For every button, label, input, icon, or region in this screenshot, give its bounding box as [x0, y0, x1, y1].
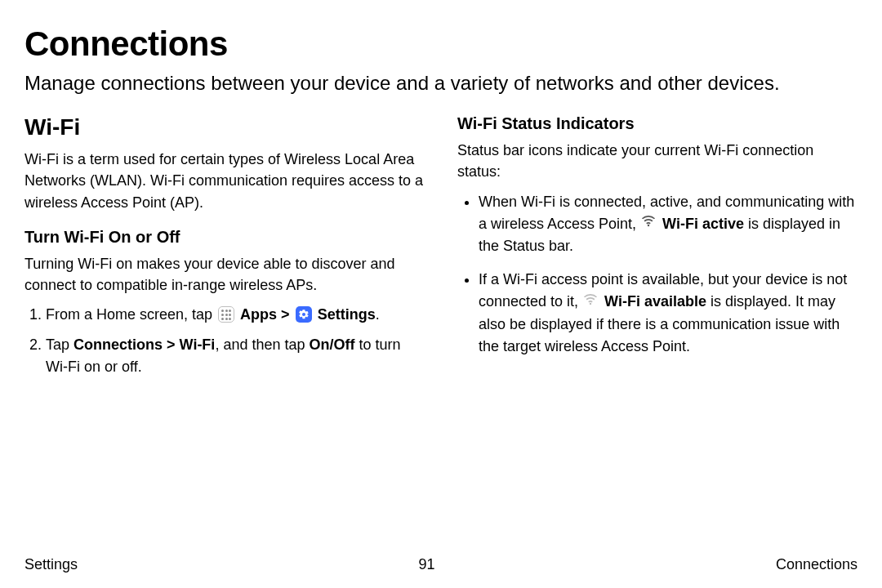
right-column: Wi-Fi Status Indicators Status bar icons…	[457, 114, 858, 385]
wifi-available-label: Wi-Fi available	[604, 293, 706, 310]
page-title: Connections	[24, 24, 858, 64]
bullet-wifi-available: If a Wi-Fi access point is available, bu…	[479, 269, 858, 358]
settings-icon	[296, 306, 312, 323]
steps-list: From a Home screen, tap Apps > Settings.…	[24, 304, 425, 378]
wifi-heading: Wi-Fi	[24, 114, 425, 140]
footer-right: Connections	[776, 556, 858, 573]
step-1-text-prefix: From a Home screen, tap	[46, 306, 216, 323]
svg-point-1	[590, 303, 591, 305]
status-indicators-heading: Wi-Fi Status Indicators	[457, 114, 858, 133]
footer-left: Settings	[24, 556, 78, 573]
step-separator: >	[281, 306, 294, 323]
status-bullets: When Wi-Fi is connected, active, and com…	[457, 191, 858, 359]
wifi-description: Wi-Fi is a term used for certain types o…	[24, 149, 425, 212]
step-2-prefix: Tap	[46, 336, 74, 353]
turn-wifi-heading: Turn Wi-Fi On or Off	[24, 228, 425, 247]
wifi-active-label: Wi-Fi active	[662, 216, 744, 232]
page-footer: Settings 91 Connections	[24, 556, 858, 573]
step-2-mid: , and then tap	[215, 336, 309, 353]
step-2-onoff: On/Off	[309, 336, 354, 353]
page-intro: Manage connections between your device a…	[24, 70, 841, 96]
bullet-wifi-active: When Wi-Fi is connected, active, and com…	[479, 191, 858, 258]
settings-label: Settings	[318, 306, 376, 323]
step-2: Tap Connections > Wi-Fi, and then tap On…	[46, 334, 425, 378]
footer-page-number: 91	[418, 556, 434, 573]
two-column-layout: Wi-Fi Wi-Fi is a term used for certain t…	[24, 114, 858, 385]
step-1-suffix: .	[376, 306, 380, 323]
step-1: From a Home screen, tap Apps > Settings.	[46, 304, 425, 326]
step-2-path: Connections > Wi-Fi	[74, 336, 215, 353]
wifi-active-icon	[641, 212, 656, 234]
turn-wifi-description: Turning Wi-Fi on makes your device able …	[24, 253, 425, 296]
apps-icon	[218, 306, 234, 323]
left-column: Wi-Fi Wi-Fi is a term used for certain t…	[24, 114, 425, 385]
svg-point-0	[648, 225, 649, 226]
wifi-available-icon	[583, 290, 598, 312]
apps-label: Apps	[240, 306, 277, 323]
status-indicators-desc: Status bar icons indicate your current W…	[457, 140, 858, 182]
